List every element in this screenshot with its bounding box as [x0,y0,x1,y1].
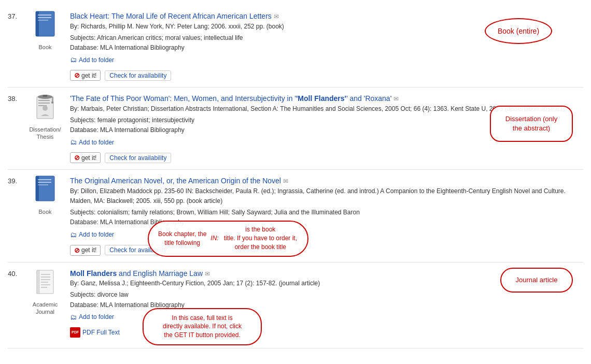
book-label-37: Book [38,43,51,51]
action-row-38: ⊘ get it! Check for availability [70,152,583,163]
email-icon-39 [283,177,288,185]
result-icon-37: Book [24,11,66,81]
email-icon-40 [205,269,210,278]
result-content-39: The Original American Novel, or, the Ame… [66,176,583,255]
result-subjects-37: Subjects: African American critics; mora… [70,33,583,43]
book-label-39: Book [38,208,51,215]
action-row-37: ⊘ get it! Check for availability [70,70,583,81]
results-container: 37. Book Black Heart: The Moral Life of … [0,0,591,354]
svg-rect-16 [38,179,51,180]
result-title-39[interactable]: The Original American Novel, or, the Ame… [70,177,288,185]
result-item-39: 39. Book The Original American Novel, or… [8,170,583,262]
add-folder-39[interactable]: 🗂 Add to folder [70,231,114,239]
folder-icon-38: 🗂 [70,138,77,146]
get-it-label-37: get it! [81,72,96,79]
result-database-37: Database: MLA International Bibliography [70,43,583,53]
result-meta-38: By: Marbais, Peter Christian; Dissertati… [70,104,583,114]
add-folder-37[interactable]: 🗂 Add to folder [70,56,114,64]
email-icon-38 [393,94,399,103]
result-meta-40: By: Ganz, Melissa J.; Eighteenth-Century… [70,279,583,288]
result-title-38[interactable]: 'The Fate of This Poor Woman': Men, Wome… [70,94,399,103]
result-subjects-38: Subjects: female protagonist; intersubje… [70,115,583,125]
svg-rect-21 [41,274,50,275]
svg-rect-22 [41,276,50,278]
get-it-icon-39: ⊘ [74,246,80,254]
folder-icon-39: 🗂 [70,231,77,239]
get-it-label-39: get it! [81,246,96,254]
result-item-37: 37. Book Black Heart: The Moral Life of … [8,5,583,88]
dissertation-icon-38 [32,94,59,124]
result-meta-37: By: Richards, Phillip M. New York, NY: P… [70,22,583,32]
svg-rect-26 [41,287,47,288]
result-icon-40: Academic Journal [24,269,66,338]
result-subjects-40: Subjects: divorce law [70,290,583,300]
add-folder-label-38: Add to folder [79,139,114,146]
pdf-label-40: PDF Full Text [82,329,120,336]
result-content-37: Black Heart: The Moral Life of Recent Af… [66,11,583,81]
result-number-39: 39. [8,176,24,255]
add-folder-label-37: Add to folder [79,56,114,64]
svg-rect-4 [38,20,48,21]
get-it-icon-37: ⊘ [74,71,80,79]
result-content-38: 'The Fate of This Poor Woman': Men, Wome… [66,94,583,163]
svg-rect-10 [43,95,47,97]
book-icon-39 [32,176,59,206]
svg-rect-24 [41,282,48,283]
check-availability-39[interactable]: Check for availability [105,245,171,255]
get-it-btn-38[interactable]: ⊘ get it! [70,152,101,163]
journal-icon-40 [32,269,59,299]
add-folder-40[interactable]: 🗂 Add to folder [70,313,114,321]
result-icon-38: Dissertation/ Thesis [24,94,66,163]
check-availability-38[interactable]: Check for availability [105,153,171,163]
result-number-40: 40. [8,269,24,338]
result-database-38: Database: MLA International Bibliography [70,125,583,135]
pdf-full-text-40[interactable]: PDF PDF Full Text [70,327,120,338]
get-it-btn-37[interactable]: ⊘ get it! [70,70,101,81]
add-folder-label-39: Add to folder [79,231,114,238]
result-icon-39: Book [24,176,66,255]
svg-rect-17 [38,182,51,183]
email-icon-37 [274,12,279,20]
moll-flanders-bold: Moll Flanders [70,269,117,278]
check-availability-37[interactable]: Check for availability [105,70,171,81]
svg-rect-3 [38,17,51,18]
folder-icon-37: 🗂 [70,56,77,64]
svg-rect-23 [41,279,50,280]
result-meta-39: By: Dillon, Elizabeth Maddock pp. 235-60… [70,186,583,206]
add-folder-label-40: Add to folder [79,313,114,321]
result-title-40[interactable]: Moll Flanders and English Marriage Law [70,269,210,278]
folder-icon-40: 🗂 [70,313,77,321]
svg-rect-2 [38,14,51,16]
pdf-icon-40: PDF [70,327,80,338]
result-number-38: 38. [8,94,24,163]
svg-rect-18 [38,184,48,185]
svg-rect-20 [37,270,39,294]
svg-point-13 [43,106,48,111]
journal-label-40: Academic Journal [33,301,58,316]
action-row-39: ⊘ get it! Check for availability [70,245,583,256]
svg-rect-25 [41,284,50,285]
svg-rect-7 [38,103,50,104]
result-database-40: Database: MLA International Bibliography [70,300,583,310]
result-item-40: 40. Academic Journal Moll Flander [8,263,583,348]
result-title-37[interactable]: Black Heart: The Moral Life of Recent Af… [70,12,279,20]
result-subjects-39: Subjects: colonialism; family relations;… [70,208,583,217]
result-database-39: Database: MLA International Bibliography [70,217,583,227]
svg-point-12 [51,101,53,104]
add-folder-38[interactable]: 🗂 Add to folder [70,138,114,146]
book-icon-37 [32,11,59,41]
action-row-40: PDF PDF Full Text [70,327,583,338]
get-it-icon-38: ⊘ [74,154,80,162]
result-number-37: 37. [8,11,24,81]
dissertation-label-38: Dissertation/ Thesis [29,126,61,141]
svg-rect-6 [38,100,50,101]
result-content-40: Moll Flanders and English Marriage Law B… [66,269,583,338]
result-item-38: 38. Dissertati [8,88,583,170]
get-it-btn-39[interactable]: ⊘ get it! [70,245,101,256]
get-it-label-38: get it! [81,154,96,162]
